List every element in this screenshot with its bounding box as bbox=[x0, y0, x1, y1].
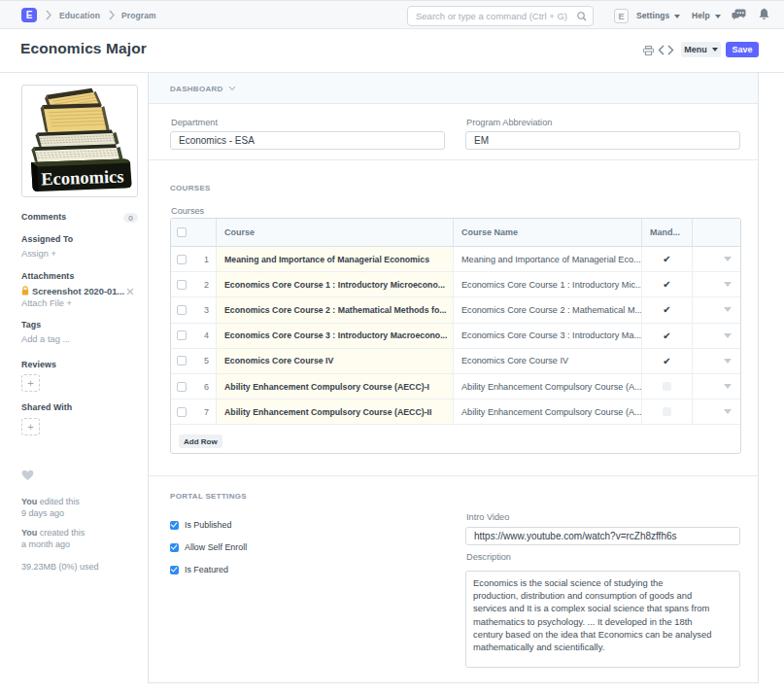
economics-books-image: Economics bbox=[22, 86, 137, 196]
search-input[interactable] bbox=[416, 7, 575, 25]
row-expand-icon[interactable] bbox=[724, 282, 732, 287]
next-document-icon[interactable] bbox=[667, 45, 674, 55]
chat-icon[interactable] bbox=[732, 9, 746, 21]
grid-col-course-name[interactable]: Course Name bbox=[454, 219, 642, 246]
add-tag-link[interactable]: Add a tag ... bbox=[21, 334, 70, 345]
mandatory-cell[interactable] bbox=[642, 374, 693, 399]
row-checkbox[interactable] bbox=[177, 356, 187, 365]
row-index[interactable]: 5 bbox=[204, 356, 209, 365]
course-name-cell[interactable]: Economics Core Course 3 : Introductory M… bbox=[454, 324, 642, 348]
row-expand-icon[interactable] bbox=[724, 257, 732, 261]
attach-file-link[interactable]: Attach File + bbox=[21, 298, 72, 309]
course-cell[interactable]: Economics Core Course 1 : Introductory M… bbox=[217, 272, 454, 296]
row-select-cell: 4 bbox=[171, 324, 217, 348]
select-all-checkbox[interactable] bbox=[177, 227, 187, 237]
row-expand-icon[interactable] bbox=[724, 384, 732, 389]
app-logo[interactable]: E bbox=[21, 8, 37, 22]
edited-info: You edited this9 days ago bbox=[21, 497, 80, 519]
mandatory-cell[interactable] bbox=[642, 400, 693, 424]
grid-col-mandatory[interactable]: Mand... bbox=[642, 219, 693, 246]
breadcrumb-program[interactable]: Program bbox=[121, 11, 156, 21]
course-name-cell[interactable]: Economics Core Course 1 : Introductory M… bbox=[454, 272, 642, 296]
course-name-cell[interactable]: Economics Core Course 2 : Mathematical M… bbox=[454, 297, 642, 322]
row-expand-icon[interactable] bbox=[724, 359, 732, 364]
course-cell[interactable]: Ability Enhancement Compulsory Course (A… bbox=[217, 374, 454, 399]
row-expand-icon[interactable] bbox=[724, 409, 732, 414]
add-share-button[interactable]: + bbox=[21, 418, 40, 435]
storage-usage[interactable]: 39.23MB (0%) used bbox=[21, 562, 99, 573]
row-checkbox[interactable] bbox=[177, 382, 187, 392]
row-index[interactable]: 4 bbox=[204, 330, 209, 340]
like-heart-icon[interactable] bbox=[21, 469, 34, 481]
row-select-cell: 3 bbox=[171, 297, 217, 322]
row-index[interactable]: 1 bbox=[204, 255, 209, 264]
notifications-bell-icon[interactable] bbox=[759, 8, 769, 20]
mandatory-cell[interactable]: ✔ bbox=[642, 324, 693, 348]
checked-checkbox-icon[interactable] bbox=[170, 521, 179, 530]
checked-checkbox-icon[interactable] bbox=[170, 566, 179, 574]
user-avatar[interactable]: E bbox=[614, 9, 629, 23]
row-actions-cell bbox=[693, 272, 740, 296]
row-index[interactable]: 6 bbox=[204, 382, 209, 392]
add-row-button[interactable]: Add Row bbox=[179, 434, 222, 448]
help-menu[interactable]: Help bbox=[692, 11, 721, 21]
mandatory-check-icon: ✔ bbox=[663, 279, 670, 290]
settings-menu[interactable]: Settings bbox=[636, 11, 680, 21]
breadcrumb-separator-icon bbox=[46, 10, 51, 20]
portal-checkbox-row[interactable]: Is Featured bbox=[170, 564, 228, 575]
row-expand-icon[interactable] bbox=[724, 333, 732, 338]
program-image[interactable]: Economics bbox=[21, 85, 138, 197]
course-cell[interactable]: Economics Core Course 2 : Mathematical M… bbox=[217, 297, 454, 322]
print-icon[interactable] bbox=[643, 46, 654, 55]
section-divider bbox=[149, 475, 758, 476]
attachment-item[interactable]: Screenshot 2020-01... bbox=[21, 286, 124, 297]
grid-col-course[interactable]: Course bbox=[217, 219, 454, 246]
remove-attachment-icon[interactable] bbox=[126, 288, 134, 295]
row-checkbox[interactable] bbox=[177, 280, 187, 290]
row-index[interactable]: 7 bbox=[204, 407, 209, 417]
save-button[interactable]: Save bbox=[726, 42, 759, 57]
checked-checkbox-icon[interactable] bbox=[170, 543, 179, 552]
portal-checkbox-label: Is Published bbox=[185, 520, 231, 530]
breadcrumb-education[interactable]: Education bbox=[59, 11, 100, 21]
mandatory-cell[interactable]: ✔ bbox=[642, 272, 693, 296]
row-checkbox[interactable] bbox=[177, 255, 187, 264]
row-checkbox[interactable] bbox=[177, 407, 187, 417]
course-cell[interactable]: Economics Core Course IV bbox=[217, 349, 454, 373]
mandatory-cell[interactable]: ✔ bbox=[642, 349, 693, 373]
prev-document-icon[interactable] bbox=[658, 45, 665, 55]
course-name-cell[interactable]: Ability Enhancement Compulsory Course (A… bbox=[454, 400, 642, 424]
intro-video-input[interactable] bbox=[465, 527, 740, 545]
assign-link[interactable]: Assign + bbox=[21, 249, 56, 260]
course-cell[interactable]: Meaning and Importance of Managerial Eco… bbox=[217, 247, 454, 271]
add-review-button[interactable]: + bbox=[21, 374, 40, 392]
grid-footer: Add Row bbox=[171, 425, 740, 454]
row-index[interactable]: 3 bbox=[204, 305, 209, 315]
menu-button[interactable]: Menu bbox=[681, 42, 721, 57]
department-input[interactable] bbox=[170, 131, 445, 150]
mandatory-cell[interactable]: ✔ bbox=[642, 297, 693, 322]
course-cell[interactable]: Economics Core Course 3 : Introductory M… bbox=[217, 324, 454, 348]
chevron-down-icon bbox=[674, 15, 680, 18]
global-search[interactable] bbox=[407, 6, 594, 26]
course-name-cell[interactable]: Meaning and Importance of Managerial Eco… bbox=[454, 247, 642, 271]
program-abbreviation-input[interactable] bbox=[465, 131, 740, 150]
portal-checkbox-row[interactable]: Allow Self Enroll bbox=[170, 541, 247, 553]
portal-checkbox-row[interactable]: Is Published bbox=[170, 519, 231, 531]
row-actions-cell bbox=[693, 349, 740, 373]
attachment-name[interactable]: Screenshot 2020-01... bbox=[32, 287, 124, 296]
row-checkbox[interactable] bbox=[177, 305, 187, 315]
course-name-cell[interactable]: Ability Enhancement Compulsory Course (A… bbox=[454, 374, 642, 399]
row-index[interactable]: 2 bbox=[204, 280, 209, 290]
grid-header-row: Course Course Name Mand... bbox=[171, 219, 740, 247]
mandatory-cell[interactable]: ✔ bbox=[642, 247, 693, 271]
mandatory-unchecked-icon bbox=[663, 407, 671, 416]
course-cell[interactable]: Ability Enhancement Compulsory Course (A… bbox=[217, 400, 454, 424]
row-checkbox[interactable] bbox=[177, 330, 187, 340]
comments-link[interactable]: Comments bbox=[21, 212, 66, 223]
row-expand-icon[interactable] bbox=[724, 307, 732, 312]
description-textarea[interactable] bbox=[465, 571, 740, 668]
row-actions-cell bbox=[693, 324, 740, 348]
dashboard-section-toggle[interactable]: Dashboard bbox=[149, 73, 758, 104]
course-name-cell[interactable]: Economics Core Course IV bbox=[454, 349, 642, 373]
